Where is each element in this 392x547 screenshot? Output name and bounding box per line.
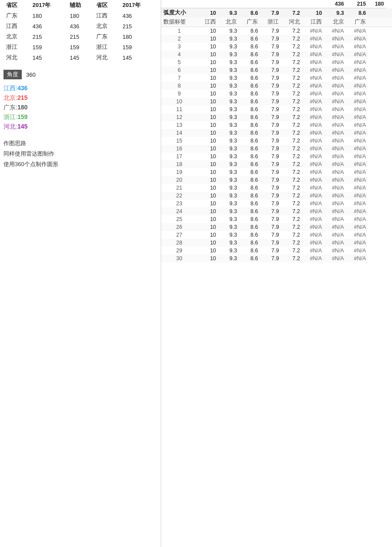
table-row: 4109.38.67.97.2#N/A#N/A#N/A bbox=[161, 51, 392, 58]
data-cell: 7.2 bbox=[281, 35, 302, 43]
data-cell: 7.9 bbox=[260, 231, 281, 239]
left-table-cell: 145 bbox=[30, 52, 67, 63]
na-cell: #N/A bbox=[302, 223, 324, 231]
table-row: 11109.38.67.97.2#N/A#N/A#N/A bbox=[161, 105, 392, 113]
data-cell: 9.3 bbox=[218, 160, 239, 168]
data-cell: 9.3 bbox=[218, 255, 239, 262]
data-cell: 7.9 bbox=[260, 192, 281, 200]
na-cell: #N/A bbox=[346, 129, 368, 137]
row-number: 15 bbox=[161, 137, 197, 145]
na-cell: #N/A bbox=[346, 82, 368, 90]
table-row: 26109.38.67.97.2#N/A#N/A#N/A bbox=[161, 223, 392, 231]
data-cell: 7.2 bbox=[281, 113, 302, 121]
arc-value-cell: 10 bbox=[302, 8, 324, 18]
data-cell: 7.2 bbox=[281, 247, 302, 255]
region-name-cell: 河北 bbox=[281, 17, 302, 27]
col-header-year1: 2017年 bbox=[30, 0, 67, 10]
legend-label: 广东: bbox=[3, 104, 17, 111]
na-cell: #N/A bbox=[346, 137, 368, 145]
na-cell: #N/A bbox=[346, 51, 368, 58]
data-cell: 10 bbox=[197, 129, 218, 137]
left-table-cell: 浙江 bbox=[94, 42, 120, 52]
data-cell: 7.9 bbox=[260, 98, 281, 105]
data-cell: 7.9 bbox=[260, 239, 281, 247]
row-number: 10 bbox=[161, 98, 197, 105]
na-cell: #N/A bbox=[302, 153, 324, 160]
na-cell: #N/A bbox=[302, 129, 324, 137]
data-cell: 10 bbox=[197, 43, 218, 51]
na-cell: #N/A bbox=[346, 255, 368, 262]
data-cell: 10 bbox=[197, 66, 218, 74]
top-number-cell bbox=[281, 0, 302, 8]
row-number: 7 bbox=[161, 74, 197, 82]
row-number: 28 bbox=[161, 239, 197, 247]
note1: 同样使用雷达图制作 bbox=[3, 150, 157, 158]
row-number: 5 bbox=[161, 58, 197, 66]
table-row: 8109.38.67.97.2#N/A#N/A#N/A bbox=[161, 82, 392, 90]
data-cell: 8.6 bbox=[239, 215, 260, 223]
data-cell: 7.2 bbox=[281, 145, 302, 153]
data-cell: 7.9 bbox=[260, 184, 281, 192]
na-cell: #N/A bbox=[324, 121, 346, 129]
data-cell: 7.9 bbox=[260, 153, 281, 160]
table-row: 7109.38.67.97.2#N/A#N/A#N/A bbox=[161, 74, 392, 82]
na-cell: #N/A bbox=[324, 160, 346, 168]
legend-label: 北京: bbox=[3, 94, 17, 101]
row-number: 9 bbox=[161, 90, 197, 98]
arc-value-cell: 7.9 bbox=[260, 8, 281, 18]
data-cell: 9.3 bbox=[218, 239, 239, 247]
left-table-cell: 浙江 bbox=[3, 42, 30, 52]
data-cell: 9.3 bbox=[218, 168, 239, 176]
na-cell: #N/A bbox=[324, 98, 346, 105]
data-cell: 10 bbox=[197, 239, 218, 247]
row-number: 16 bbox=[161, 145, 197, 153]
data-cell: 10 bbox=[197, 35, 218, 43]
top-number-cell bbox=[197, 0, 218, 8]
data-cell: 10 bbox=[197, 58, 218, 66]
data-cell: 8.6 bbox=[239, 160, 260, 168]
na-cell: #N/A bbox=[302, 27, 324, 35]
na-cell: #N/A bbox=[346, 121, 368, 129]
na-cell: #N/A bbox=[302, 113, 324, 121]
na-cell: #N/A bbox=[302, 51, 324, 58]
notes-title: 作图思路 bbox=[3, 139, 157, 147]
left-data-table: 省区 2017年 辅助 省区 2017年 广东180180江西436江西4364… bbox=[3, 0, 157, 63]
region-spacer bbox=[386, 17, 392, 27]
na-cell: #N/A bbox=[324, 207, 346, 215]
legend-item: 广东:180 bbox=[3, 104, 157, 112]
data-cell: 7.9 bbox=[260, 105, 281, 113]
na-cell: #N/A bbox=[302, 58, 324, 66]
top-number-cell bbox=[260, 0, 281, 8]
data-cell: 9.3 bbox=[218, 58, 239, 66]
na-cell: #N/A bbox=[302, 255, 324, 262]
data-cell: 9.3 bbox=[218, 113, 239, 121]
row-number: 17 bbox=[161, 153, 197, 160]
left-table-cell: 159 bbox=[67, 42, 93, 52]
row-number: 19 bbox=[161, 168, 197, 176]
data-cell: 10 bbox=[197, 121, 218, 129]
data-cell: 7.2 bbox=[281, 43, 302, 51]
na-cell: #N/A bbox=[324, 176, 346, 184]
table-row: 3109.38.67.97.2#N/A#N/A#N/A bbox=[161, 43, 392, 51]
data-cell: 7.2 bbox=[281, 207, 302, 215]
data-cell: 8.6 bbox=[239, 207, 260, 215]
table-row: 21109.38.67.97.2#N/A#N/A#N/A bbox=[161, 184, 392, 192]
row-number: 3 bbox=[161, 43, 197, 51]
top-number-cell: 180 bbox=[368, 0, 386, 8]
na-cell: #N/A bbox=[324, 105, 346, 113]
data-cell: 10 bbox=[197, 200, 218, 207]
na-cell: #N/A bbox=[302, 176, 324, 184]
na-cell: #N/A bbox=[302, 145, 324, 153]
table-row: 13109.38.67.97.2#N/A#N/A#N/A bbox=[161, 121, 392, 129]
na-cell: #N/A bbox=[346, 247, 368, 255]
data-cell: 7.9 bbox=[260, 51, 281, 58]
na-cell: #N/A bbox=[302, 98, 324, 105]
region-name-cell: 江西 bbox=[302, 17, 324, 27]
data-cell: 9.3 bbox=[218, 223, 239, 231]
data-cell: 8.6 bbox=[239, 98, 260, 105]
data-cell: 7.2 bbox=[281, 74, 302, 82]
left-table-cell: 广东 bbox=[94, 31, 120, 42]
row-number: 29 bbox=[161, 247, 197, 255]
left-table-row: 广东180180江西436 bbox=[3, 10, 157, 21]
data-cell: 7.9 bbox=[260, 74, 281, 82]
